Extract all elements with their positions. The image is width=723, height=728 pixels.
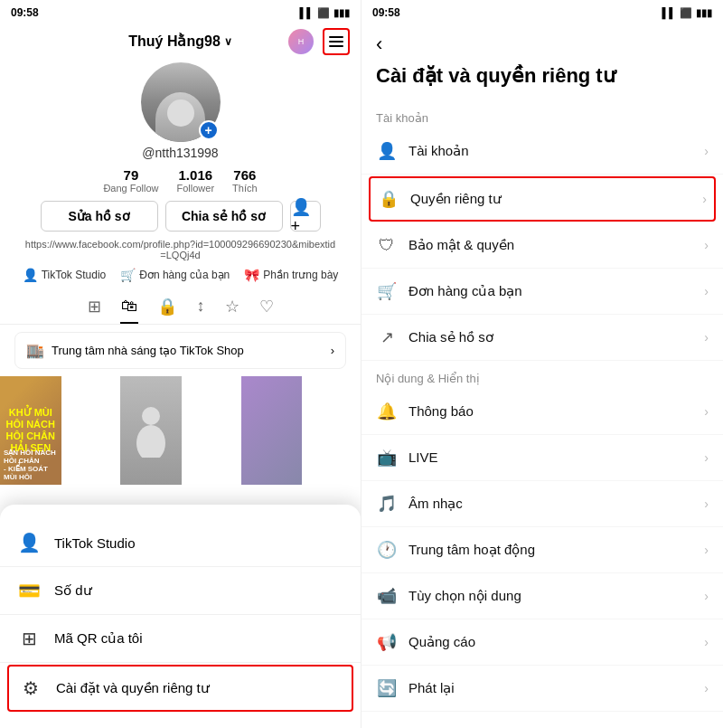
balance-icon: 💳 xyxy=(18,580,40,601)
profile-link: https://www.facebook.com/profile.php?id=… xyxy=(14,239,346,260)
menu-item-balance[interactable]: 💳 Số dư xyxy=(0,567,361,615)
settings-item-live-left: 📺 LIVE xyxy=(376,448,438,468)
settings-item-share-left: ↗ Chia sẻ hồ sơ xyxy=(376,327,493,347)
notifications-chevron-icon: › xyxy=(704,404,709,419)
creator-left: 🏬 Trung tâm nhà sáng tạo TikTok Shop xyxy=(26,342,244,359)
stats-row: 79 Đang Follow 1.016 Follower 766 Thích xyxy=(0,167,361,194)
right-time: 09:58 xyxy=(372,6,400,19)
creator-icon: 🏬 xyxy=(26,342,44,359)
settings-menu-icon: ⚙ xyxy=(20,677,42,699)
account-icon: 👤 xyxy=(376,141,398,161)
settings-item-live[interactable]: 📺 LIVE › xyxy=(362,435,723,481)
back-button[interactable]: ‹ xyxy=(376,33,382,56)
share-profile-chevron-icon: › xyxy=(704,330,709,345)
orders-icon: 🛒 xyxy=(120,268,136,282)
stat-followers: 1.016 Follower xyxy=(177,167,215,194)
quick-link-studio[interactable]: 👤 TikTok Studio xyxy=(23,268,107,282)
quick-link-orders[interactable]: 🛒 Đơn hàng của bạn xyxy=(120,268,230,282)
live-icon: 📺 xyxy=(376,448,398,468)
tab-lock[interactable]: 🔒 xyxy=(148,289,186,324)
settings-item-content-options[interactable]: 📹 Tùy chọn nội dung › xyxy=(362,573,723,619)
tab-bar: ⊞ 🛍 🔒 ↕ ☆ ♡ xyxy=(0,289,361,325)
edit-profile-button[interactable]: Sửa hồ sơ xyxy=(41,201,158,232)
settings-item-security[interactable]: 🛡 Bảo mật & quyền › xyxy=(362,223,723,269)
settings-item-notifications[interactable]: 🔔 Thông báo › xyxy=(362,389,723,435)
menu-line-2 xyxy=(329,41,343,43)
left-panel: 09:58 ▌▌ ⬛ ▮▮▮ Thuý Hằng98 ∨ H xyxy=(0,0,362,728)
username-chevron-icon: ∨ xyxy=(224,35,232,48)
video-thumb-1[interactable]: KHỬ MÙI HÔI NÁCH HÔI CHÂNHẢI SEN SẠN HÔI… xyxy=(0,376,61,485)
menu-item-settings[interactable]: ⚙ Cài đặt và quyền riêng tư xyxy=(7,665,353,712)
settings-item-music[interactable]: 🎵 Âm nhạc › xyxy=(362,481,723,527)
settings-item-content-options-left: 📹 Tùy chọn nội dung xyxy=(376,586,521,606)
overlay-menu: 👤 TikTok Studio 💳 Số dư ⊞ Mã QR của tôi … xyxy=(0,505,361,728)
creator-center-row[interactable]: 🏬 Trung tâm nhà sáng tạo TikTok Shop › xyxy=(14,332,346,369)
share-profile-icon: ↗ xyxy=(376,327,398,347)
hai-sen-subtitle: SẠN HÔI NÁCH HÔI CHÂN- KIỂM SOÁT MÙI HÔI xyxy=(4,449,58,481)
left-time: 09:58 xyxy=(11,6,39,19)
settings-item-orders[interactable]: 🛒 Đơn hàng của bạn › xyxy=(362,269,723,315)
ads-chevron-icon: › xyxy=(704,635,709,649)
qr-icon: ⊞ xyxy=(18,628,40,649)
menu-item-qr[interactable]: ⊞ Mã QR của tôi xyxy=(0,615,361,663)
video-thumb-3[interactable] xyxy=(241,376,303,485)
profile-handle: @ntth131998 xyxy=(0,146,361,160)
hai-sen-text: KHỬ MÙI HÔI NÁCH HÔI CHÂNHẢI SEN xyxy=(0,407,61,455)
menu-line-1 xyxy=(329,36,343,38)
tab-star[interactable]: ☆ xyxy=(216,289,249,324)
tab-grid[interactable]: ⊞ xyxy=(79,289,110,324)
share-profile-button[interactable]: Chia sẻ hồ sơ xyxy=(165,201,283,232)
profile-username: Thuý Hằng98 ∨ xyxy=(128,33,232,50)
right-status-bar: 09:58 ▌▌ ⬛ ▮▮▮ xyxy=(362,0,723,25)
quick-link-showcase[interactable]: 🎀 Phần trưng bày xyxy=(244,268,338,282)
menu-button[interactable] xyxy=(323,28,350,55)
add-friend-button[interactable]: 👤+ xyxy=(290,201,321,232)
activity-icon: 🕐 xyxy=(376,540,398,560)
settings-item-account[interactable]: 👤 Tài khoản › xyxy=(362,128,723,175)
orders-chevron-icon: › xyxy=(704,284,709,298)
content-options-icon: 📹 xyxy=(376,586,398,606)
security-icon: 🛡 xyxy=(376,236,398,255)
activity-chevron-icon: › xyxy=(704,543,709,557)
live-chevron-icon: › xyxy=(704,450,709,465)
avatar-large-wrap: + xyxy=(0,62,361,142)
add-friend-icon: 👤+ xyxy=(291,197,320,236)
menu-item-studio[interactable]: 👤 TikTok Studio xyxy=(0,519,361,567)
settings-item-replay[interactable]: 🔄 Phát lại › xyxy=(362,666,723,712)
avatar-figure xyxy=(155,92,205,142)
tab-heart[interactable]: ♡ xyxy=(250,289,283,324)
tab-shop[interactable]: 🛍 xyxy=(112,289,146,324)
person-silhouette xyxy=(120,376,182,485)
stat-likes: 766 Thích xyxy=(232,167,258,194)
profile-header: Thuý Hằng98 ∨ H xyxy=(0,25,361,57)
security-chevron-icon: › xyxy=(704,238,709,252)
right-panel: 09:58 ▌▌ ⬛ ▮▮▮ ‹ Cài đặt và quyền riêng … xyxy=(362,0,723,728)
orders-settings-icon: 🛒 xyxy=(376,281,398,301)
tab-repost[interactable]: ↕ xyxy=(188,289,214,324)
settings-item-ads[interactable]: 📢 Quảng cáo › xyxy=(362,619,723,666)
quick-links: 👤 TikTok Studio 🛒 Đơn hàng của bạn 🎀 Phầ… xyxy=(0,268,361,282)
avatar-small[interactable]: H xyxy=(288,29,314,54)
settings-item-orders-left: 🛒 Đơn hàng của bạn xyxy=(376,281,522,301)
replay-icon: 🔄 xyxy=(376,678,398,698)
actions-row: Sửa hồ sơ Chia sẻ hồ sơ 👤+ xyxy=(14,201,346,232)
showcase-icon: 🎀 xyxy=(244,268,259,282)
settings-item-activity[interactable]: 🕐 Trung tâm hoạt động › xyxy=(362,527,723,573)
left-status-bar: 09:58 ▌▌ ⬛ ▮▮▮ xyxy=(0,0,361,25)
settings-item-privacy[interactable]: 🔒 Quyền riêng tư › xyxy=(369,176,716,222)
privacy-icon: 🔒 xyxy=(378,189,399,209)
settings-item-share-profile[interactable]: ↗ Chia sẻ hồ sơ › xyxy=(362,315,723,361)
avatar-container: + xyxy=(141,62,221,142)
video-thumb-2[interactable] xyxy=(120,376,182,485)
settings-title: Cài đặt và quyền riêng tư xyxy=(362,60,723,100)
ads-icon: 📢 xyxy=(376,632,398,652)
section-label-account: Tài khoản xyxy=(362,100,723,128)
account-chevron-icon: › xyxy=(704,144,709,158)
privacy-chevron-icon: › xyxy=(702,192,707,206)
replay-chevron-icon: › xyxy=(704,681,709,695)
settings-item-ads-left: 📢 Quảng cáo xyxy=(376,632,475,652)
svg-point-0 xyxy=(142,407,160,425)
plus-badge[interactable]: + xyxy=(199,120,219,140)
right-status-icons: ▌▌ ⬛ ▮▮▮ xyxy=(662,7,712,19)
avatar-head xyxy=(167,99,194,127)
